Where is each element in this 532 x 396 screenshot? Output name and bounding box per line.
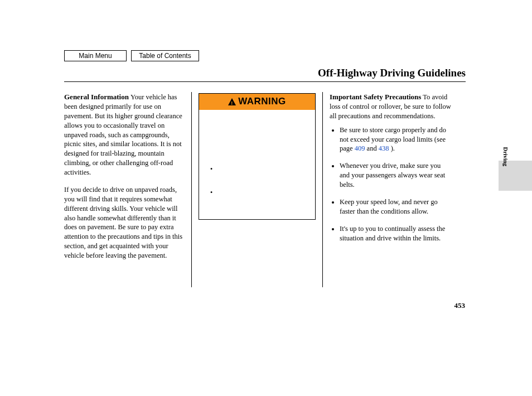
safety-item-1: Be sure to store cargo properly and do n… [340, 125, 452, 154]
warning-bullet-1: • [210, 165, 307, 173]
general-info-para1: Your vehicle has been designed primarily… [64, 93, 182, 176]
warning-header: ! WARNING [199, 94, 315, 110]
general-info-heading: General Information [64, 93, 129, 101]
table-of-contents-button[interactable]: Table of Contents [131, 50, 199, 61]
warning-label: WARNING [238, 95, 286, 108]
safety-item-3: Keep your speed low, and never go faster… [340, 197, 452, 216]
page-title: Off-Highway Driving Guidelines [64, 67, 466, 82]
safety-list: Be sure to store cargo properly and do n… [330, 125, 452, 243]
general-info-para2: If you decide to drive on unpaved roads,… [64, 185, 186, 260]
section-tab-label: Driving [502, 147, 509, 166]
nav-buttons: Main Menu Table of Contents [64, 50, 466, 61]
svg-text:!: ! [231, 100, 233, 105]
warning-body: • • [199, 110, 315, 219]
warning-bullet-2: • [210, 188, 307, 197]
column-general-info: General Information Your vehicle has bee… [64, 92, 191, 287]
columns: General Information Your vehicle has bee… [64, 92, 466, 287]
safety-item-2: Whenever you drive, make sure you and yo… [340, 161, 452, 190]
column-warning: ! WARNING • • [191, 92, 323, 287]
page-number: 453 [454, 301, 466, 310]
warning-triangle-icon: ! [228, 98, 236, 105]
column-safety: Important Safety Precautions To avoid lo… [323, 92, 452, 287]
safety-heading: Important Safety Precautions [330, 93, 421, 101]
page-ref-409[interactable]: 409 [355, 144, 365, 152]
warning-box: ! WARNING • • [199, 93, 316, 220]
main-menu-button[interactable]: Main Menu [64, 50, 127, 61]
page-content: Main Menu Table of Contents Off-Highway … [64, 50, 466, 287]
safety-item-4: It's up to you to continually assess the… [340, 224, 452, 243]
page-ref-438[interactable]: 438 [379, 144, 389, 152]
